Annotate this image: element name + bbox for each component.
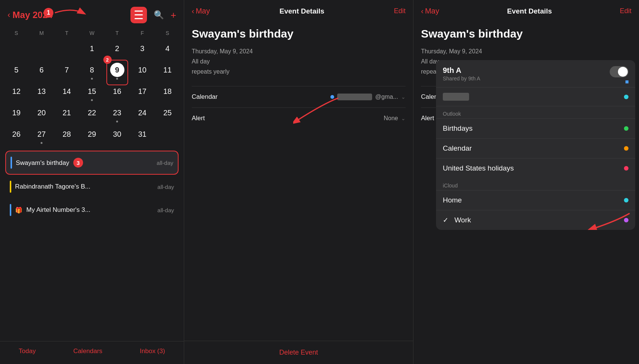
cal-cell-25[interactable]: 25 (155, 104, 180, 125)
home-dot (624, 198, 628, 202)
event-details-body: Swayam's birthday Thursday, May 9, 2024 … (184, 18, 413, 341)
cal-cell-17[interactable]: 17 (130, 83, 155, 104)
event-details-header: ‹ May Event Details Edit (184, 0, 413, 18)
gift-icon: 🎁 (15, 207, 23, 214)
cal-cell-14[interactable]: 14 (54, 83, 79, 104)
cal-cell-8[interactable]: 8 (79, 61, 104, 83)
cal-cell-5[interactable]: 5 (4, 61, 29, 83)
event-details-title: Event Details (280, 7, 324, 15)
cal-cell-7[interactable]: 7 (54, 61, 79, 83)
cal-cell-28[interactable]: 28 (54, 125, 79, 147)
cal-cell-29[interactable]: 29 (79, 125, 104, 147)
event-title: Swayam's birthday 3 (16, 158, 83, 168)
event-swayam-birthday[interactable]: Swayam's birthday 3 all-day (5, 151, 179, 175)
birthdays-label: Birthdays (443, 124, 472, 133)
us-holidays-label: United States holidays (443, 164, 514, 172)
event-details-panel: ‹ May Event Details Edit Swayam's birthd… (184, 0, 413, 364)
cal-cell-15[interactable]: 15 (79, 83, 104, 104)
cal-cell-3[interactable]: 3 (130, 40, 155, 61)
event-date-3: Thursday, May 9, 2024 (421, 46, 631, 56)
birthdays-calendar-row[interactable]: Birthdays (436, 118, 635, 138)
edit-button[interactable]: Edit (394, 7, 406, 15)
cal-cell-2[interactable]: 2 (104, 40, 130, 61)
cal-cell-4[interactable]: 4 (155, 40, 180, 61)
annotation-arrow-1 (53, 5, 87, 20)
cal-cell-21[interactable]: 21 (54, 104, 79, 125)
event-repeats: repeats yearly (192, 66, 406, 77)
cal-cell-26[interactable]: 26 (4, 125, 29, 147)
birthdays-dot (624, 126, 628, 131)
cal-cell-27[interactable]: 27 (29, 125, 54, 147)
calendar-footer: Today Calendars Inbox (3) (0, 341, 184, 364)
back-to-may-button[interactable]: ‹ May (192, 7, 210, 15)
home-calendar-row[interactable]: Home (436, 190, 635, 210)
cal-cell-11[interactable]: 11 (155, 61, 180, 83)
calendar-value: @gma... ⌄ (330, 94, 406, 100)
alert-row[interactable]: Alert None ⌄ (192, 107, 406, 129)
add-event-button[interactable]: + (171, 9, 176, 21)
events-list: Swayam's birthday 3 all-day Rabindranath… (0, 147, 184, 341)
edit-button-3[interactable]: Edit (620, 7, 631, 15)
cal-cell-30[interactable]: 30 (104, 125, 130, 147)
cal-cell-9[interactable]: 2 9 (104, 61, 130, 83)
cal-cell-18[interactable]: 18 (155, 83, 180, 104)
event-left: Swayam's birthday 3 (11, 157, 83, 169)
cal-cell-31[interactable]: 31 (130, 125, 155, 147)
calendars-button[interactable]: Calendars (73, 347, 103, 355)
calendar-color-dot (330, 95, 334, 99)
picker-account-name: 9th A (443, 66, 480, 75)
event-date: Thursday, May 9, 2024 (192, 46, 406, 56)
cal-cell-23[interactable]: 23 (104, 104, 130, 125)
inbox-button[interactable]: Inbox (3) (140, 347, 165, 355)
calendar-row[interactable]: Calendar @gma... ⌄ (192, 86, 406, 107)
account-toggle[interactable] (610, 66, 628, 77)
cal-cell-20[interactable]: 20 (29, 104, 54, 125)
us-holidays-calendar-row[interactable]: United States holidays (436, 158, 635, 178)
picker-account-section: 9th A Shared by 9th A (436, 60, 635, 88)
alert-value-text: None (384, 115, 398, 122)
picker-blurred-calendar-row[interactable]: 9th... (436, 88, 635, 106)
event-color-bar (11, 157, 12, 169)
cal-cell-24[interactable]: 24 (130, 104, 155, 125)
event-airtel[interactable]: 🎁 My Airtel Number's 3... all-day (5, 199, 179, 221)
delete-event-button[interactable]: Delete Event (279, 349, 318, 356)
event-time: all-day (157, 160, 173, 166)
cal-cell-empty: 0 (29, 40, 54, 61)
picker-account-info: 9th A Shared by 9th A (443, 66, 480, 82)
event-rabindranath[interactable]: Rabindranath Tagore's B... all-day (5, 175, 179, 198)
back-button[interactable]: ‹ (8, 10, 10, 20)
work-row-left: ✓ Work (443, 216, 471, 224)
cal-cell-16[interactable]: 16 (104, 83, 130, 104)
picker-dot-cyan (624, 95, 628, 99)
alert-value: None ⌄ (384, 115, 406, 122)
cal-cell-13[interactable]: 13 (29, 83, 54, 104)
day-label-wed: W (79, 29, 104, 38)
back-label: May (425, 7, 439, 15)
day-label-thu: T (104, 29, 130, 38)
event-footer: Delete Event (184, 341, 413, 364)
event-color-bar (10, 181, 11, 193)
checkmark-icon: ✓ (443, 216, 448, 224)
cal-cell-empty: 0 (155, 125, 180, 147)
calendar-label-drop: Calendar (443, 144, 472, 153)
picker-header: ‹ May Event Details Edit (413, 0, 639, 18)
cal-cell-19[interactable]: 19 (4, 104, 29, 125)
back-to-may-button-3[interactable]: ‹ May (421, 7, 439, 15)
calendar-calendar-row[interactable]: Calendar (436, 138, 635, 158)
event-name: Swayam's birthday (192, 27, 406, 40)
cal-cell-10[interactable]: 10 (130, 61, 155, 83)
event-meta: Thursday, May 9, 2024 All day repeats ye… (192, 46, 406, 77)
cal-cell-1[interactable]: 1 (79, 40, 104, 61)
header-right: 🔍 + (130, 7, 176, 23)
day-label-sun: S (4, 29, 29, 38)
cal-cell-22[interactable]: 22 (79, 104, 104, 125)
today-button[interactable]: Today (19, 347, 36, 355)
search-button[interactable]: 🔍 (154, 10, 164, 20)
cal-cell-6[interactable]: 6 (29, 61, 54, 83)
event-time: all-day (157, 184, 174, 190)
work-dot (624, 218, 628, 222)
work-calendar-row[interactable]: ✓ Work (436, 210, 635, 230)
cal-cell-12[interactable]: 12 (4, 83, 29, 104)
event-details-title-3: Event Details (507, 7, 552, 15)
list-view-button[interactable] (130, 7, 147, 23)
